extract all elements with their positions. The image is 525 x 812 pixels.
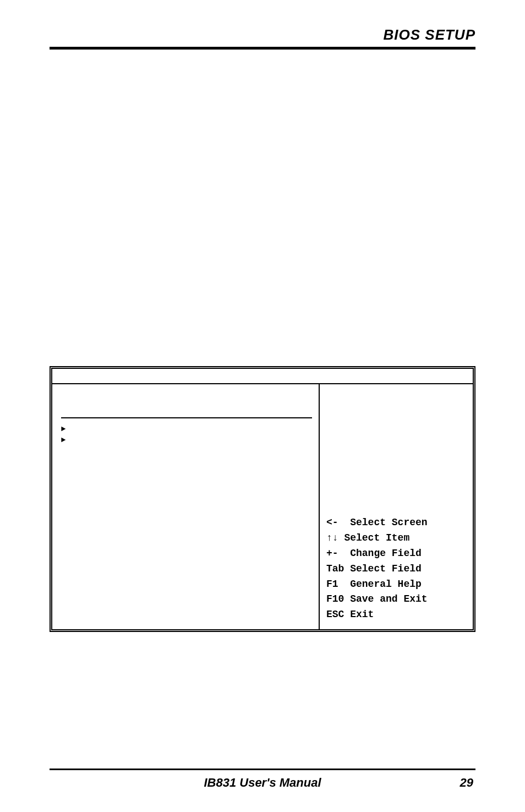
bios-body: ► ► <- Select Screen ↑↓ Select Item +- C… [52, 384, 473, 629]
footer-manual-title: IB831 User's Manual [118, 776, 407, 790]
triangle-right-icon: ► [61, 435, 312, 446]
hint-esc-exit: ESC Exit [326, 607, 466, 623]
hint-save-exit: F10 Save and Exit [326, 592, 466, 607]
bios-screen: ► ► <- Select Screen ↑↓ Select Item +- C… [50, 366, 475, 632]
page-header-title: BIOS SETUP [50, 26, 475, 43]
bios-menu-items: ► ► [61, 424, 312, 445]
footer-page-number: 29 [407, 776, 473, 790]
hint-select-field: Tab Select Field [326, 562, 466, 577]
page-footer: IB831 User's Manual 29 [50, 770, 475, 812]
bios-help-panel: <- Select Screen ↑↓ Select Item +- Chang… [319, 384, 473, 629]
hint-select-screen: <- Select Screen [326, 515, 466, 531]
page-content: ► ► <- Select Screen ↑↓ Select Item +- C… [50, 50, 475, 769]
hint-change-field: +- Change Field [326, 546, 466, 562]
hint-general-help: F1 General Help [326, 577, 466, 592]
bios-menu-bar [52, 369, 473, 384]
triangle-right-icon: ► [61, 424, 312, 435]
bios-left-panel: ► ► [52, 384, 319, 629]
hint-select-item: ↑↓ Select Item [326, 531, 466, 546]
help-spacer [326, 389, 466, 515]
bios-left-header-area [61, 389, 312, 418]
